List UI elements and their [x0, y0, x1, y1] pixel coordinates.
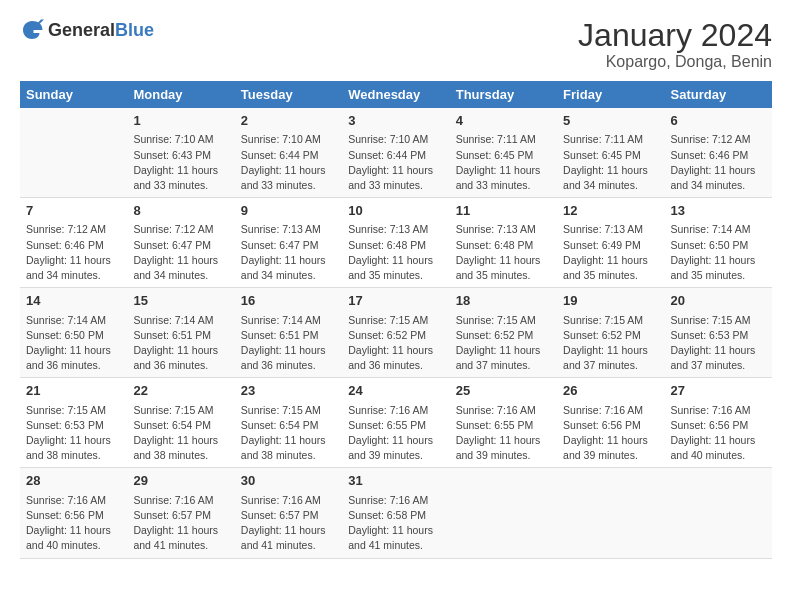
day-number: 27 [671, 382, 766, 400]
day-info: Sunrise: 7:15 AM Sunset: 6:53 PM Dayligh… [671, 313, 766, 374]
calendar-cell: 16Sunrise: 7:14 AM Sunset: 6:51 PM Dayli… [235, 288, 342, 378]
col-sunday: Sunday [20, 81, 127, 108]
calendar-cell [450, 468, 557, 558]
day-info: Sunrise: 7:14 AM Sunset: 6:51 PM Dayligh… [241, 313, 336, 374]
header: General Blue January 2024 Kopargo, Donga… [20, 18, 772, 71]
calendar-cell: 1Sunrise: 7:10 AM Sunset: 6:43 PM Daylig… [127, 108, 234, 198]
day-number: 29 [133, 472, 228, 490]
day-info: Sunrise: 7:16 AM Sunset: 6:57 PM Dayligh… [241, 493, 336, 554]
day-number: 13 [671, 202, 766, 220]
day-number: 6 [671, 112, 766, 130]
day-info: Sunrise: 7:10 AM Sunset: 6:43 PM Dayligh… [133, 132, 228, 193]
calendar-cell: 9Sunrise: 7:13 AM Sunset: 6:47 PM Daylig… [235, 198, 342, 288]
day-info: Sunrise: 7:15 AM Sunset: 6:53 PM Dayligh… [26, 403, 121, 464]
logo: General Blue [20, 18, 154, 42]
day-number: 17 [348, 292, 443, 310]
day-info: Sunrise: 7:11 AM Sunset: 6:45 PM Dayligh… [563, 132, 658, 193]
day-number: 21 [26, 382, 121, 400]
day-info: Sunrise: 7:15 AM Sunset: 6:54 PM Dayligh… [133, 403, 228, 464]
day-number: 1 [133, 112, 228, 130]
day-info: Sunrise: 7:15 AM Sunset: 6:52 PM Dayligh… [456, 313, 551, 374]
day-number: 10 [348, 202, 443, 220]
day-info: Sunrise: 7:13 AM Sunset: 6:47 PM Dayligh… [241, 222, 336, 283]
calendar-cell: 4Sunrise: 7:11 AM Sunset: 6:45 PM Daylig… [450, 108, 557, 198]
day-info: Sunrise: 7:14 AM Sunset: 6:50 PM Dayligh… [671, 222, 766, 283]
day-number: 30 [241, 472, 336, 490]
day-info: Sunrise: 7:16 AM Sunset: 6:55 PM Dayligh… [348, 403, 443, 464]
calendar-cell: 28Sunrise: 7:16 AM Sunset: 6:56 PM Dayli… [20, 468, 127, 558]
day-number: 19 [563, 292, 658, 310]
calendar-title: January 2024 [578, 18, 772, 53]
day-info: Sunrise: 7:10 AM Sunset: 6:44 PM Dayligh… [348, 132, 443, 193]
day-info: Sunrise: 7:15 AM Sunset: 6:54 PM Dayligh… [241, 403, 336, 464]
calendar-cell: 27Sunrise: 7:16 AM Sunset: 6:56 PM Dayli… [665, 378, 772, 468]
day-number: 24 [348, 382, 443, 400]
day-number: 23 [241, 382, 336, 400]
day-number: 2 [241, 112, 336, 130]
day-info: Sunrise: 7:15 AM Sunset: 6:52 PM Dayligh… [348, 313, 443, 374]
col-friday: Friday [557, 81, 664, 108]
week-row-2: 14Sunrise: 7:14 AM Sunset: 6:50 PM Dayli… [20, 288, 772, 378]
day-number: 22 [133, 382, 228, 400]
calendar-cell: 19Sunrise: 7:15 AM Sunset: 6:52 PM Dayli… [557, 288, 664, 378]
calendar-cell: 31Sunrise: 7:16 AM Sunset: 6:58 PM Dayli… [342, 468, 449, 558]
calendar-cell: 2Sunrise: 7:10 AM Sunset: 6:44 PM Daylig… [235, 108, 342, 198]
calendar-cell [557, 468, 664, 558]
day-number: 12 [563, 202, 658, 220]
day-number: 28 [26, 472, 121, 490]
calendar-cell: 12Sunrise: 7:13 AM Sunset: 6:49 PM Dayli… [557, 198, 664, 288]
calendar-cell [665, 468, 772, 558]
calendar-cell: 6Sunrise: 7:12 AM Sunset: 6:46 PM Daylig… [665, 108, 772, 198]
day-info: Sunrise: 7:16 AM Sunset: 6:58 PM Dayligh… [348, 493, 443, 554]
header-row: Sunday Monday Tuesday Wednesday Thursday… [20, 81, 772, 108]
day-info: Sunrise: 7:16 AM Sunset: 6:55 PM Dayligh… [456, 403, 551, 464]
day-number: 11 [456, 202, 551, 220]
day-info: Sunrise: 7:10 AM Sunset: 6:44 PM Dayligh… [241, 132, 336, 193]
day-number: 15 [133, 292, 228, 310]
day-info: Sunrise: 7:13 AM Sunset: 6:48 PM Dayligh… [456, 222, 551, 283]
col-saturday: Saturday [665, 81, 772, 108]
calendar-cell: 30Sunrise: 7:16 AM Sunset: 6:57 PM Dayli… [235, 468, 342, 558]
day-info: Sunrise: 7:14 AM Sunset: 6:50 PM Dayligh… [26, 313, 121, 374]
day-number: 5 [563, 112, 658, 130]
day-number: 8 [133, 202, 228, 220]
day-info: Sunrise: 7:14 AM Sunset: 6:51 PM Dayligh… [133, 313, 228, 374]
logo-icon [20, 18, 44, 42]
calendar-cell: 8Sunrise: 7:12 AM Sunset: 6:47 PM Daylig… [127, 198, 234, 288]
week-row-0: 1Sunrise: 7:10 AM Sunset: 6:43 PM Daylig… [20, 108, 772, 198]
day-number: 14 [26, 292, 121, 310]
calendar-cell: 20Sunrise: 7:15 AM Sunset: 6:53 PM Dayli… [665, 288, 772, 378]
day-number: 25 [456, 382, 551, 400]
calendar-cell: 18Sunrise: 7:15 AM Sunset: 6:52 PM Dayli… [450, 288, 557, 378]
day-info: Sunrise: 7:12 AM Sunset: 6:46 PM Dayligh… [26, 222, 121, 283]
day-info: Sunrise: 7:13 AM Sunset: 6:48 PM Dayligh… [348, 222, 443, 283]
calendar-cell: 23Sunrise: 7:15 AM Sunset: 6:54 PM Dayli… [235, 378, 342, 468]
calendar-cell: 5Sunrise: 7:11 AM Sunset: 6:45 PM Daylig… [557, 108, 664, 198]
day-number: 18 [456, 292, 551, 310]
day-info: Sunrise: 7:12 AM Sunset: 6:47 PM Dayligh… [133, 222, 228, 283]
calendar-cell [20, 108, 127, 198]
week-row-4: 28Sunrise: 7:16 AM Sunset: 6:56 PM Dayli… [20, 468, 772, 558]
day-number: 7 [26, 202, 121, 220]
day-info: Sunrise: 7:16 AM Sunset: 6:56 PM Dayligh… [563, 403, 658, 464]
calendar-cell: 29Sunrise: 7:16 AM Sunset: 6:57 PM Dayli… [127, 468, 234, 558]
calendar-cell: 21Sunrise: 7:15 AM Sunset: 6:53 PM Dayli… [20, 378, 127, 468]
col-monday: Monday [127, 81, 234, 108]
calendar-cell: 15Sunrise: 7:14 AM Sunset: 6:51 PM Dayli… [127, 288, 234, 378]
col-wednesday: Wednesday [342, 81, 449, 108]
calendar-cell: 10Sunrise: 7:13 AM Sunset: 6:48 PM Dayli… [342, 198, 449, 288]
calendar-subtitle: Kopargo, Donga, Benin [578, 53, 772, 71]
week-row-3: 21Sunrise: 7:15 AM Sunset: 6:53 PM Dayli… [20, 378, 772, 468]
calendar-cell: 22Sunrise: 7:15 AM Sunset: 6:54 PM Dayli… [127, 378, 234, 468]
title-block: January 2024 Kopargo, Donga, Benin [578, 18, 772, 71]
day-info: Sunrise: 7:16 AM Sunset: 6:56 PM Dayligh… [26, 493, 121, 554]
day-info: Sunrise: 7:12 AM Sunset: 6:46 PM Dayligh… [671, 132, 766, 193]
day-number: 4 [456, 112, 551, 130]
day-info: Sunrise: 7:11 AM Sunset: 6:45 PM Dayligh… [456, 132, 551, 193]
logo-general: General [48, 21, 115, 39]
day-info: Sunrise: 7:15 AM Sunset: 6:52 PM Dayligh… [563, 313, 658, 374]
week-row-1: 7Sunrise: 7:12 AM Sunset: 6:46 PM Daylig… [20, 198, 772, 288]
day-number: 3 [348, 112, 443, 130]
calendar-cell: 14Sunrise: 7:14 AM Sunset: 6:50 PM Dayli… [20, 288, 127, 378]
calendar-cell: 13Sunrise: 7:14 AM Sunset: 6:50 PM Dayli… [665, 198, 772, 288]
